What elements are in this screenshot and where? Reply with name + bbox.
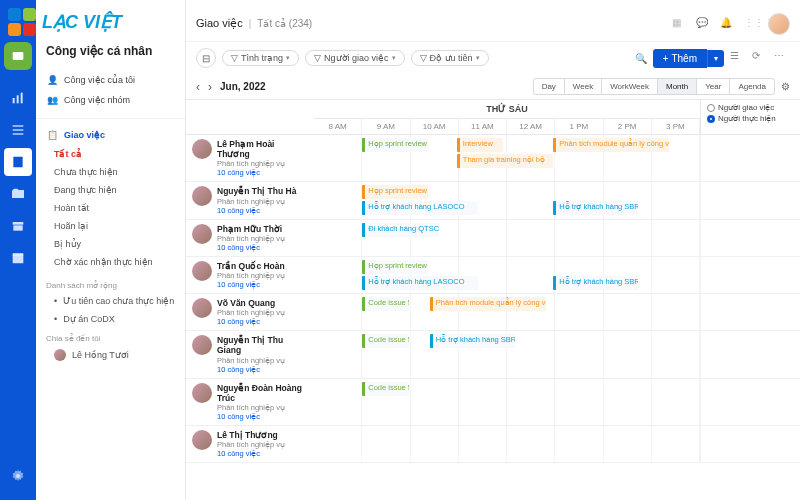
add-button[interactable]: +Thêm: [653, 49, 707, 68]
avatar: [192, 224, 212, 244]
task-bar[interactable]: Hỗ trợ khách hàng SBR: [553, 276, 638, 290]
chart-icon[interactable]: [4, 84, 32, 112]
person-info[interactable]: Nguyễn Thị Thu HàPhân tích nghiệp vụ10 c…: [186, 182, 314, 218]
sidebar-item-codx[interactable]: • Dự án CoDX: [36, 310, 185, 328]
task-bar[interactable]: Họp sprint review tasks: [362, 260, 428, 274]
task-bar[interactable]: Hỗ trợ khách hàng LASOCO: [362, 276, 478, 290]
task-bar[interactable]: Hỗ trợ khách hàng LASOCO: [362, 201, 478, 215]
filter-priority[interactable]: ▽Độ ưu tiên▾: [411, 50, 489, 66]
avatar: [192, 383, 212, 403]
apps-icon[interactable]: ⋮⋮⋮: [744, 17, 758, 31]
svg-rect-0: [13, 52, 24, 60]
task-bar[interactable]: Code issue 57: [362, 297, 408, 311]
sidebar-item-shared-user[interactable]: Lê Hồng Tươi: [36, 345, 185, 365]
user-avatar[interactable]: [768, 13, 790, 35]
time-header: 8 AM: [314, 119, 362, 134]
person-info[interactable]: Lê Phạm Hoài ThươngPhân tích nghiệp vụ10…: [186, 135, 314, 181]
avatar: [192, 261, 212, 281]
next-arrow[interactable]: ›: [208, 80, 212, 94]
task-bar[interactable]: Phân tích module quản lý công việc: [553, 138, 669, 152]
logo: LẠC VIỆT: [8, 8, 122, 36]
person-info[interactable]: Võ Văn QuangPhân tích nghiệp vụ10 công v…: [186, 294, 314, 330]
person-info[interactable]: Phạm Hữu ThờiPhân tích nghiệp vụ10 công …: [186, 220, 314, 256]
list-icon[interactable]: [4, 116, 32, 144]
timeline: Code issue 57Hỗ trợ khách hàng SBR: [314, 331, 700, 377]
calendar-tab-week[interactable]: Week: [565, 79, 602, 94]
person-info[interactable]: Trần Quốc HoànPhân tích nghiệp vụ10 công…: [186, 257, 314, 293]
logo-icon: [8, 8, 36, 36]
task-bar[interactable]: Họp sprint review tasks: [362, 185, 428, 199]
prev-arrow[interactable]: ‹: [196, 80, 200, 94]
calendar-icon[interactable]: [4, 244, 32, 272]
calendar-tab-workweek[interactable]: WorkWeek: [602, 79, 658, 94]
task-bar[interactable]: Đi khách hàng QTSC: [362, 223, 439, 237]
sidebar-item-team[interactable]: 👥Công việc nhóm: [36, 90, 185, 110]
tasks-icon[interactable]: [4, 148, 32, 176]
sidebar-item-label: Lê Hồng Tươi: [72, 350, 129, 360]
calendar-tab-day[interactable]: Day: [534, 79, 565, 94]
calendar-tab-agenda[interactable]: Agenda: [730, 79, 774, 94]
breadcrumb-sep: |: [249, 18, 252, 29]
legend-assigner[interactable]: Người giao việc: [707, 103, 794, 112]
person-name: Nguyễn Thị Thu Giang: [217, 335, 308, 355]
assign-icon: 📋: [46, 129, 58, 141]
sidebar-status-item[interactable]: Chưa thực hiện: [36, 163, 185, 181]
chat-icon[interactable]: 💬: [696, 17, 710, 31]
svg-rect-7: [13, 157, 22, 168]
person-name: Nguyễn Đoàn Hoàng Trúc: [217, 383, 308, 403]
save-view-icon[interactable]: ⊟: [196, 48, 216, 68]
sidebar-status-item[interactable]: Hoãn lại: [36, 217, 185, 235]
sidebar-status-item[interactable]: Chờ xác nhận thực hiện: [36, 253, 185, 271]
task-bar[interactable]: Hỗ trợ khách hàng SBR: [553, 201, 638, 215]
task-bar[interactable]: Hỗ trợ khách hàng SBR: [430, 334, 515, 348]
filter-assigner[interactable]: ▽Người giao việc▾: [305, 50, 405, 66]
svg-rect-3: [21, 93, 23, 104]
time-header: 11 AM: [459, 119, 507, 134]
person-name: Phạm Hữu Thời: [217, 224, 285, 234]
settings-icon[interactable]: [4, 462, 32, 490]
legend-label: Người giao việc: [718, 103, 774, 112]
list-view-icon[interactable]: ☰: [730, 50, 746, 66]
filter-label: Người giao việc: [324, 53, 389, 63]
task-bar[interactable]: Code issue 57: [362, 334, 408, 348]
task-bar[interactable]: Code issue 57: [362, 382, 408, 396]
grid-icon[interactable]: ▦: [672, 17, 686, 31]
bell-icon[interactable]: 🔔: [720, 17, 734, 31]
archive-icon[interactable]: [4, 212, 32, 240]
folder-icon[interactable]: [4, 180, 32, 208]
calendar-tab-month[interactable]: Month: [658, 79, 697, 94]
calendar-header: THỨ SÁU 8 AM9 AM10 AM11 AM12 AM1 PM2 PM3…: [186, 99, 800, 135]
sidebar: Công việc cá nhân 👤Công việc của tôi 👥Cô…: [36, 0, 186, 500]
legend-executor[interactable]: Người thực hiện: [707, 114, 794, 123]
task-bar[interactable]: Họp sprint review tasks: [362, 138, 428, 152]
calendar-tab-year[interactable]: Year: [697, 79, 730, 94]
time-header: 9 AM: [362, 119, 410, 134]
person-info[interactable]: Nguyễn Thị Thu GiangPhân tích nghiệp vụ1…: [186, 331, 314, 377]
task-bar[interactable]: Interview: [457, 138, 503, 152]
sidebar-status-item[interactable]: Đang thực hiện: [36, 181, 185, 199]
task-bar[interactable]: Tham gia training nội bộ: [457, 154, 554, 168]
task-bar[interactable]: Phân tích module quản lý công việc: [430, 297, 546, 311]
person-role: Phân tích nghiệp vụ: [217, 356, 308, 365]
app-switcher-icon[interactable]: [4, 42, 32, 70]
refresh-icon[interactable]: ⟳: [752, 50, 768, 66]
svg-rect-1: [13, 98, 15, 103]
person-row: Nguyễn Thị Thu HàPhân tích nghiệp vụ10 c…: [186, 182, 800, 219]
sidebar-section-assigned[interactable]: 📋Giao việc: [36, 125, 185, 145]
filter-status[interactable]: ▽Tình trạng▾: [222, 50, 299, 66]
person-row: Võ Văn QuangPhân tích nghiệp vụ10 công v…: [186, 294, 800, 331]
person-info[interactable]: Lê Thị ThươngPhân tích nghiệp vụ10 công …: [186, 426, 314, 462]
search-icon[interactable]: 🔍: [635, 53, 647, 64]
sidebar-status-item[interactable]: Hoàn tất: [36, 199, 185, 217]
sidebar-status-item[interactable]: Tất cả: [36, 145, 185, 163]
add-button-dropdown[interactable]: ▾: [707, 50, 724, 67]
person-role: Phân tích nghiệp vụ: [217, 197, 296, 206]
breadcrumb-sub: Tất cả (234): [257, 18, 312, 29]
sidebar-item-priority[interactable]: • Ưu tiên cao chưa thực hiện: [36, 292, 185, 310]
calendar-settings-icon[interactable]: ⚙: [781, 81, 790, 92]
more-icon[interactable]: ⋯: [774, 50, 790, 66]
sidebar-item-mytasks[interactable]: 👤Công việc của tôi: [36, 70, 185, 90]
sidebar-status-item[interactable]: Bị hủy: [36, 235, 185, 253]
person-task-count: 10 công việc: [217, 365, 308, 374]
person-info[interactable]: Nguyễn Đoàn Hoàng TrúcPhân tích nghiệp v…: [186, 379, 314, 425]
